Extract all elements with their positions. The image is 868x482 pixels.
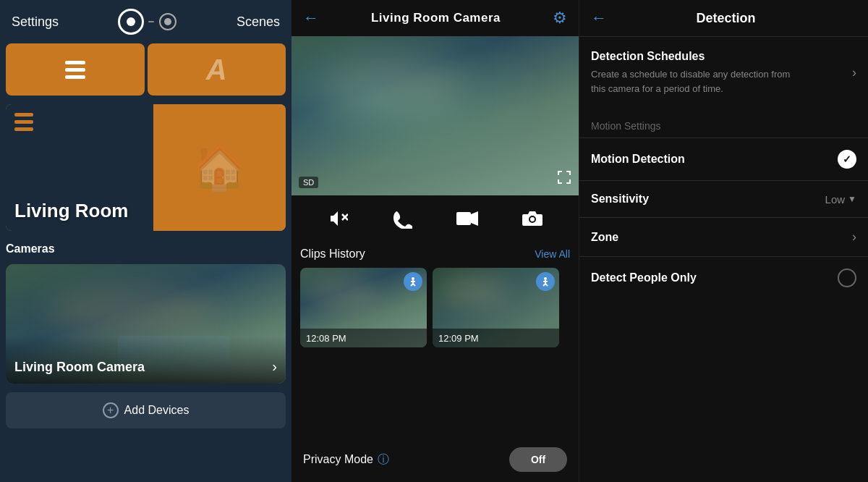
sensitivity-value-text: Low xyxy=(825,193,846,206)
divider-line xyxy=(148,21,154,22)
clips-title: Clips History xyxy=(300,248,365,261)
plus-circle-icon: + xyxy=(103,402,119,418)
cam-header: ← Living Room Camera ⚙ xyxy=(292,0,579,36)
clip-item-1[interactable]: 12:08 PM xyxy=(300,268,427,347)
det-back-arrow[interactable]: ← xyxy=(591,9,607,28)
scene-tile-2-icon: A xyxy=(206,54,227,86)
hline-3 xyxy=(14,127,33,131)
zone-label: Zone xyxy=(591,231,618,244)
hline-2 xyxy=(14,120,33,124)
left-panel: Settings Scenes A xyxy=(0,0,292,482)
svg-point-1 xyxy=(164,18,171,25)
clips-section: Clips History View All 12:08 PM xyxy=(292,242,579,431)
fullscreen-icon[interactable] xyxy=(557,170,571,188)
clip-2-overlay: 12:09 PM xyxy=(433,329,559,347)
motion-detection-check[interactable] xyxy=(838,150,856,169)
call-button[interactable] xyxy=(392,208,412,229)
camera-card[interactable]: Living Room Camera › xyxy=(6,264,286,384)
motion-detection-label: Motion Detection xyxy=(591,153,685,166)
privacy-mode-label: Privacy Mode xyxy=(303,453,373,466)
privacy-row: Privacy Mode ⓘ Off xyxy=(292,437,579,482)
hline-1 xyxy=(14,113,33,117)
live-view[interactable]: SD xyxy=(292,36,579,195)
svg-rect-4 xyxy=(456,212,471,225)
motion-settings-section-label: Motion Settings xyxy=(579,109,868,138)
scene-dot xyxy=(127,17,135,26)
det-schedules-desc: Create a schedule to disable any detecti… xyxy=(591,67,793,96)
clip-item-2[interactable]: 12:09 PM xyxy=(433,268,559,347)
toggle-scene-icon[interactable] xyxy=(158,12,177,31)
mute-button[interactable] xyxy=(328,208,348,229)
cameras-section: Cameras Living Room Camera › + Add Devic… xyxy=(0,234,292,482)
det-schedules-title: Detection Schedules xyxy=(591,50,852,63)
camera-card-overlay: Living Room Camera › xyxy=(6,337,286,384)
settings-gear-icon[interactable]: ⚙ xyxy=(553,9,567,28)
clips-grid: 12:08 PM 12:09 PM xyxy=(300,268,570,347)
cam-title: Living Room Camera xyxy=(371,11,501,25)
svg-line-12 xyxy=(413,284,415,286)
living-room-label: Living Room xyxy=(14,200,128,222)
line-1 xyxy=(65,61,85,64)
motion-badge-2 xyxy=(536,272,555,291)
banner-left: Living Room xyxy=(6,104,153,231)
snapshot-button[interactable] xyxy=(522,210,542,227)
svg-point-8 xyxy=(412,277,414,280)
cam-controls xyxy=(292,195,579,242)
privacy-mode-value: Off xyxy=(531,454,545,465)
sensitivity-value-wrap: Low ▼ xyxy=(825,193,856,206)
add-devices-label: Add Devices xyxy=(124,404,190,417)
clip-2-time: 12:09 PM xyxy=(438,333,479,344)
motion-badge-1 xyxy=(404,272,422,291)
scene-tiles: A xyxy=(0,43,292,101)
detect-people-row[interactable]: Detect People Only xyxy=(579,256,868,299)
camera-name: Living Room Camera xyxy=(14,360,145,375)
right-panel: ← Detection Detection Schedules Create a… xyxy=(579,0,868,482)
back-arrow-icon[interactable]: ← xyxy=(303,9,319,28)
svg-point-13 xyxy=(544,277,547,280)
zone-row[interactable]: Zone › xyxy=(579,217,868,256)
view-all-link[interactable]: View All xyxy=(535,248,570,260)
banner-right-icon: 🏠 xyxy=(192,142,247,193)
cameras-label: Cameras xyxy=(6,240,286,258)
detect-people-label: Detect People Only xyxy=(591,271,697,284)
clip-1-overlay: 12:08 PM xyxy=(300,329,427,347)
add-devices-button[interactable]: + Add Devices xyxy=(6,392,286,428)
clip-1-time: 12:08 PM xyxy=(306,333,346,344)
scene-tile-1[interactable] xyxy=(6,43,145,96)
scene-icon[interactable] xyxy=(118,9,144,35)
hamburger-icon xyxy=(14,113,33,131)
privacy-mode-toggle[interactable]: Off xyxy=(509,447,567,472)
clips-header: Clips History View All xyxy=(300,242,570,268)
info-icon[interactable]: ⓘ xyxy=(378,452,389,468)
live-view-inner xyxy=(292,36,579,195)
det-header: ← Detection xyxy=(579,0,868,36)
settings-label[interactable]: Settings xyxy=(12,14,59,30)
top-bar: Settings Scenes xyxy=(0,0,292,43)
svg-marker-5 xyxy=(471,211,478,226)
scenes-label[interactable]: Scenes xyxy=(237,14,280,30)
sensitivity-row[interactable]: Sensitivity Low ▼ xyxy=(579,180,868,217)
motion-detection-row[interactable]: Motion Detection xyxy=(579,138,868,180)
record-button[interactable] xyxy=(456,211,478,227)
svg-point-7 xyxy=(530,217,535,221)
svg-line-17 xyxy=(545,284,548,286)
middle-panel: ← Living Room Camera ⚙ SD xyxy=(292,0,579,482)
detection-schedules-item[interactable]: Detection Schedules Create a schedule to… xyxy=(579,36,868,109)
line-3 xyxy=(65,75,85,79)
chevron-right-icon: › xyxy=(272,358,277,375)
hamburger-scene xyxy=(65,61,85,79)
sensitivity-label: Sensitivity xyxy=(591,193,649,206)
det-title: Detection xyxy=(618,11,856,26)
det-schedules-left: Detection Schedules Create a schedule to… xyxy=(591,50,852,96)
living-room-banner[interactable]: Living Room 🏠 xyxy=(6,104,286,231)
detect-people-radio[interactable] xyxy=(838,269,856,287)
dropdown-arrow-icon: ▼ xyxy=(848,194,856,204)
zone-chevron: › xyxy=(852,229,856,245)
privacy-label-wrap: Privacy Mode ⓘ xyxy=(303,452,389,468)
line-2 xyxy=(65,68,85,72)
banner-inner: Living Room 🏠 xyxy=(6,104,286,231)
sd-badge: SD xyxy=(299,177,318,188)
scene-tile-2[interactable]: A xyxy=(148,43,286,96)
banner-right: 🏠 xyxy=(153,104,286,231)
det-schedules-chevron: › xyxy=(852,65,856,80)
